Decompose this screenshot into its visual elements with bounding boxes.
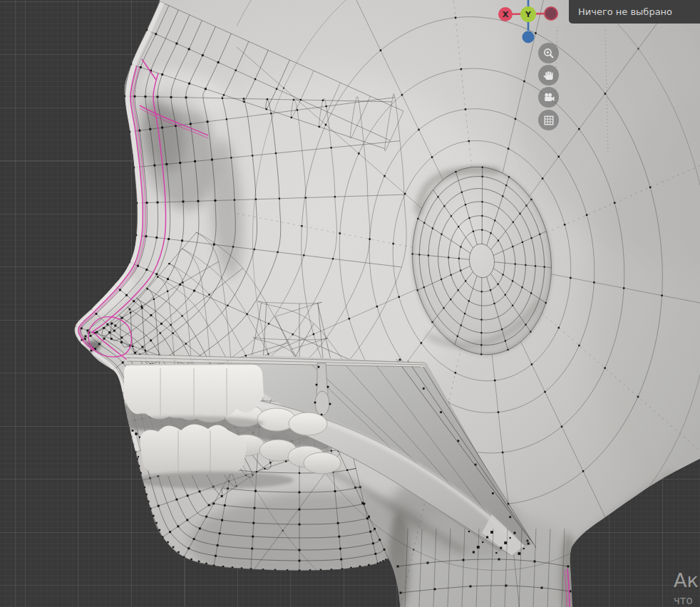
gizmo-x-label: X: [503, 10, 509, 19]
gizmo-y-label: Y: [525, 10, 532, 19]
head-mesh[interactable]: [72, 0, 700, 607]
pan-hand-icon-glyph: [542, 69, 555, 82]
camera-view-icon-glyph: [542, 91, 555, 104]
zoom-icon-glyph: [542, 47, 555, 60]
status-tooltip: Ничего не выбрано: [569, 0, 700, 24]
viewport-3d[interactable]: XY Ничего не выбрано: [0, 0, 700, 607]
corner-overlay-line2: что: [674, 594, 693, 607]
grid-ortho-icon[interactable]: [538, 110, 559, 130]
gizmo-axis-z-neg[interactable]: [523, 31, 535, 43]
camera-view-icon[interactable]: [538, 87, 559, 108]
gizmo-axis-x-neg[interactable]: [545, 7, 557, 20]
edit-mode-mesh-scene[interactable]: XY: [0, 0, 700, 607]
shading: [134, 472, 294, 489]
corner-overlay-line1: Ак: [674, 569, 699, 591]
grid-ortho-icon-glyph: [542, 114, 555, 127]
zoom-icon[interactable]: [538, 43, 559, 63]
pan-hand-icon[interactable]: [538, 65, 559, 85]
